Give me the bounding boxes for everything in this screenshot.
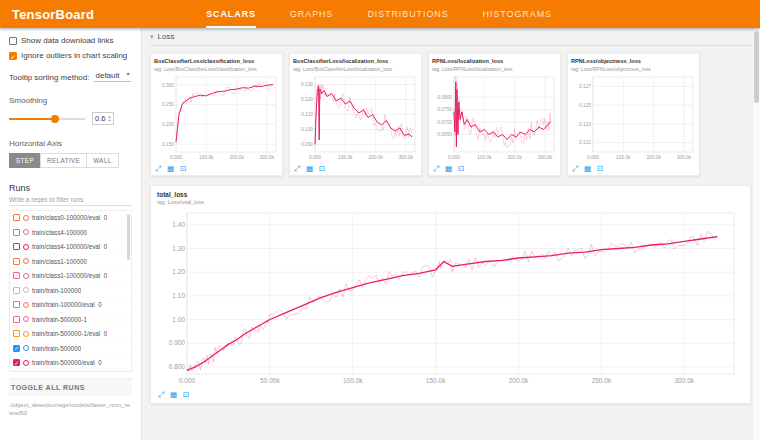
svg-text:300.0k: 300.0k: [675, 377, 695, 384]
svg-text:50.00k: 50.00k: [260, 377, 280, 384]
run-radio-icon[interactable]: [23, 244, 29, 250]
spinner-icons[interactable]: ▲ ▼: [107, 115, 111, 122]
run-checkbox[interactable]: ✓: [13, 345, 20, 352]
data-table-icon[interactable]: ▦: [170, 391, 177, 399]
smoothing-value-box[interactable]: 0.6 ▲ ▼: [92, 112, 114, 125]
spinner-down-icon[interactable]: ▼: [107, 119, 111, 122]
run-item[interactable]: train/class4-100000: [10, 226, 131, 241]
tab-distributions[interactable]: DISTRIBUTIONS: [367, 0, 448, 28]
run-list-scrollbar[interactable]: [127, 214, 130, 260]
ignore-outliers-row[interactable]: ✓ Ignore outliers in chart scaling: [9, 51, 132, 61]
run-label: train/train-500000/eval_0: [32, 359, 102, 366]
run-radio-icon[interactable]: [23, 316, 29, 322]
axis-wall-button[interactable]: WALL: [86, 153, 119, 168]
svg-text:300.0k: 300.0k: [260, 155, 275, 160]
run-item[interactable]: train/train-500000-1: [10, 313, 131, 328]
tag-group-header[interactable]: ▾ Loss: [150, 30, 752, 46]
data-table-icon[interactable]: ▦: [445, 165, 452, 173]
chart-card-rpn-localization-loss: RPNLoss/localization_loss tag: Loss/RPNL…: [428, 53, 561, 176]
pin-icon[interactable]: ⊡: [319, 165, 325, 173]
data-table-icon[interactable]: ▦: [584, 165, 591, 173]
run-radio-icon[interactable]: [23, 229, 29, 235]
pin-icon[interactable]: ⊡: [458, 165, 464, 173]
scrollbar-thumb[interactable]: [754, 31, 759, 103]
log-directory-path: ./object_detection/wgs/models/faster_rcn…: [9, 401, 132, 417]
run-checkbox[interactable]: [13, 258, 20, 265]
main-nav: SCALARS GRAPHS DISTRIBUTIONS HISTOGRAMS: [206, 0, 552, 28]
run-checkbox[interactable]: ✓: [13, 359, 20, 366]
expand-icon[interactable]: ⤢: [433, 165, 439, 173]
run-radio-icon[interactable]: [23, 258, 29, 264]
run-radio-icon[interactable]: [23, 287, 29, 293]
smoothing-slider[interactable]: [9, 118, 85, 120]
svg-text:300.0k: 300.0k: [538, 155, 553, 160]
tooltip-sorting-select[interactable]: default ▾: [94, 71, 131, 82]
chart-title: total_loss: [157, 191, 744, 198]
pin-icon[interactable]: ⊡: [180, 165, 186, 173]
run-checkbox[interactable]: [13, 272, 20, 279]
show-download-links-checkbox[interactable]: [9, 37, 17, 45]
toggle-all-runs-button[interactable]: TOGGLE ALL RUNS: [9, 378, 132, 396]
line-chart[interactable]: 0.1500.2000.2500.3000.000100.0k200.0k300…: [154, 74, 279, 162]
run-item[interactable]: train/class1-100000: [10, 255, 131, 270]
run-item[interactable]: ✓train/train-500000: [10, 342, 131, 357]
show-download-links-row[interactable]: Show data download links: [9, 36, 132, 46]
axis-relative-button[interactable]: RELATIVE: [40, 153, 86, 168]
run-item[interactable]: ✓train/train-500000/eval_0: [10, 356, 131, 371]
run-radio-icon[interactable]: [23, 302, 29, 308]
svg-text:0.090: 0.090: [301, 142, 313, 147]
run-checkbox[interactable]: [13, 301, 20, 308]
chevron-down-icon: ▾: [127, 70, 130, 77]
run-checkbox[interactable]: [13, 229, 20, 236]
svg-text:0.123: 0.123: [579, 122, 591, 127]
run-radio-icon[interactable]: [23, 215, 29, 221]
run-checkbox[interactable]: [13, 287, 20, 294]
run-item[interactable]: train/train-500000-1/eval_0: [10, 327, 131, 342]
data-table-icon[interactable]: ▦: [306, 165, 313, 173]
line-chart[interactable]: 0.8000.9001.001.101.201.301.400.00050.00…: [157, 208, 742, 388]
run-item[interactable]: train/train-100000: [10, 284, 131, 299]
run-radio-icon[interactable]: [23, 360, 29, 366]
expand-icon[interactable]: ⤢: [572, 165, 578, 173]
data-table-icon[interactable]: ▦: [167, 165, 174, 173]
svg-text:0.150: 0.150: [162, 142, 174, 147]
run-radio-icon[interactable]: [23, 331, 29, 337]
scrollbar[interactable]: [752, 28, 760, 440]
run-item[interactable]: train/train-100000/eval_0: [10, 298, 131, 313]
svg-text:1.20: 1.20: [172, 269, 185, 276]
run-label: train/train-500000-1: [32, 316, 87, 323]
run-radio-icon[interactable]: [23, 273, 29, 279]
tab-graphs[interactable]: GRAPHS: [290, 0, 333, 28]
tab-scalars[interactable]: SCALARS: [206, 0, 256, 28]
slider-thumb[interactable]: [51, 115, 59, 123]
run-checkbox[interactable]: [13, 316, 20, 323]
line-chart[interactable]: 0.0900.1000.1100.1200.1300.000100.0k200.…: [293, 74, 418, 162]
svg-text:100.0k: 100.0k: [338, 155, 353, 160]
tab-histograms[interactable]: HISTOGRAMS: [483, 0, 552, 28]
line-chart[interactable]: 0.06500.07000.07500.08000.000100.0k200.0…: [432, 74, 557, 162]
line-chart[interactable]: 0.1210.1230.1250.1270.000100.0k200.0k300…: [571, 74, 696, 162]
run-radio-icon[interactable]: [23, 345, 29, 351]
pin-icon[interactable]: ⊡: [597, 165, 603, 173]
svg-text:200.0k: 200.0k: [229, 155, 244, 160]
svg-text:100.0k: 100.0k: [199, 155, 214, 160]
svg-text:1.10: 1.10: [172, 293, 185, 300]
runs-filter-input[interactable]: [9, 193, 132, 206]
svg-text:300.0k: 300.0k: [399, 155, 414, 160]
pin-icon[interactable]: ⊡: [183, 391, 189, 399]
run-item[interactable]: train/class0-100000/eval_0: [10, 211, 131, 226]
run-checkbox[interactable]: [13, 243, 20, 250]
expand-icon[interactable]: ⤢: [294, 165, 300, 173]
run-item[interactable]: train/class4-100000/eval_0: [10, 240, 131, 255]
run-checkbox[interactable]: [13, 330, 20, 337]
svg-text:0.000: 0.000: [170, 155, 182, 160]
expand-icon[interactable]: ⤢: [158, 391, 164, 399]
run-checkbox[interactable]: [13, 214, 20, 221]
expand-icon[interactable]: ⤢: [155, 165, 161, 173]
svg-text:250.0k: 250.0k: [592, 377, 612, 384]
run-item[interactable]: train/class1-100000/eval_0: [10, 269, 131, 284]
ignore-outliers-checkbox[interactable]: ✓: [9, 52, 17, 60]
svg-text:0.000: 0.000: [448, 155, 460, 160]
axis-step-button[interactable]: STEP: [9, 153, 40, 168]
scalar-cards-row: BoxClassifierLoss/classification_loss ta…: [150, 53, 752, 176]
